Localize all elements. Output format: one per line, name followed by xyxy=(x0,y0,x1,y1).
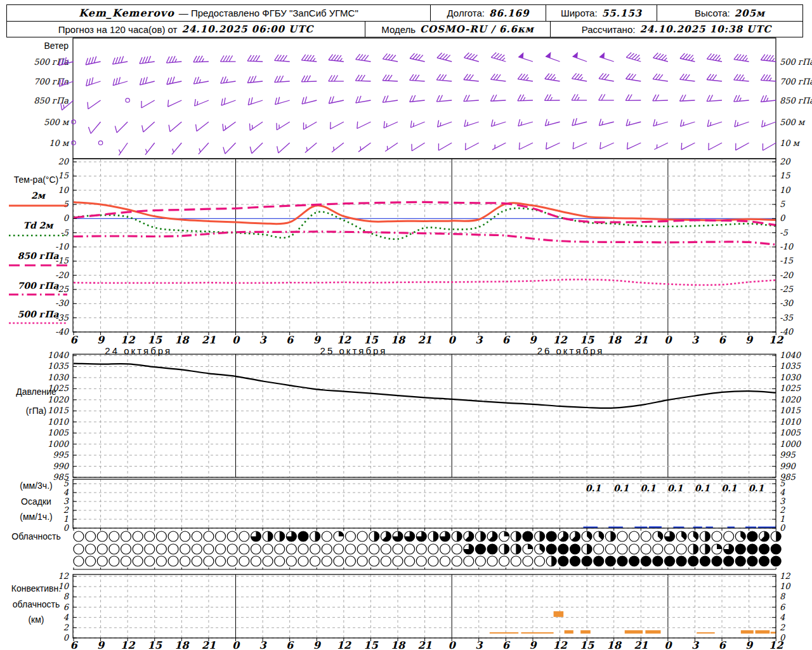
wind-row-500-гПа: 500 гПа500 гПа xyxy=(34,52,812,67)
convective-bar xyxy=(580,630,591,633)
svg-text:12: 12 xyxy=(337,334,352,346)
svg-text:21: 21 xyxy=(634,334,648,346)
svg-text:9: 9 xyxy=(745,639,754,650)
convective-bar xyxy=(771,632,776,633)
convective-bar xyxy=(645,630,660,633)
svg-text:-40: -40 xyxy=(55,327,70,336)
svg-text:1005: 1005 xyxy=(780,428,801,437)
svg-text:0: 0 xyxy=(232,639,240,650)
svg-text:(км): (км) xyxy=(28,614,44,625)
wind-panel: Ветер500 гПа500 гПа700 гПа700 гПа850 гПа… xyxy=(34,38,812,159)
svg-text:850 гПа: 850 гПа xyxy=(780,96,812,105)
svg-text:20: 20 xyxy=(58,157,69,166)
svg-text:2: 2 xyxy=(780,505,785,515)
svg-text:6: 6 xyxy=(780,602,786,612)
svg-text:10 м: 10 м xyxy=(780,138,801,148)
svg-text:1000: 1000 xyxy=(780,439,802,449)
svg-text:4: 4 xyxy=(780,613,785,622)
svg-text:2: 2 xyxy=(780,623,785,632)
precip-unit-3h: (мм/3ч.) xyxy=(20,481,52,491)
svg-text:3: 3 xyxy=(475,639,483,650)
svg-text:3: 3 xyxy=(259,334,268,346)
svg-text:-25: -25 xyxy=(780,284,794,294)
svg-text:500 м: 500 м xyxy=(44,117,70,127)
svg-text:2: 2 xyxy=(63,623,69,632)
svg-text:12: 12 xyxy=(58,571,69,581)
svg-text:-15: -15 xyxy=(780,256,794,265)
svg-text:3: 3 xyxy=(691,334,700,346)
svg-text:8: 8 xyxy=(780,592,786,601)
svg-text:1020: 1020 xyxy=(780,395,802,404)
svg-text:1035: 1035 xyxy=(780,361,801,371)
svg-text:12: 12 xyxy=(121,639,136,650)
svg-text:Td 2м: Td 2м xyxy=(23,220,55,230)
svg-text:15: 15 xyxy=(148,334,162,346)
wind-row-10-м: 10 м10 м xyxy=(49,138,800,156)
wind-title: Ветер xyxy=(44,41,69,51)
svg-text:5: 5 xyxy=(780,479,785,488)
pressure-panel: 1040104010351035103010301025102510201020… xyxy=(16,350,802,482)
precipitation-panel: 0.10.10.10.10.10.10.1554433221100(мм/3ч.… xyxy=(20,479,786,533)
svg-text:9: 9 xyxy=(97,334,105,346)
svg-text:0: 0 xyxy=(449,639,457,650)
svg-text:6: 6 xyxy=(502,639,511,650)
svg-text:1030: 1030 xyxy=(48,373,70,382)
wind-row-700-гПа: 700 гПа700 гПа xyxy=(34,73,812,86)
svg-text:5: 5 xyxy=(63,199,69,209)
svg-text:1005: 1005 xyxy=(48,428,69,437)
svg-text:700 гПа: 700 гПа xyxy=(18,281,60,291)
wind-row-500-м: 500 м500 м xyxy=(44,117,806,133)
svg-text:15: 15 xyxy=(58,171,69,180)
svg-text:-20: -20 xyxy=(780,270,794,280)
svg-text:500 м: 500 м xyxy=(780,117,806,127)
svg-text:3: 3 xyxy=(63,496,70,506)
convective-bar xyxy=(625,630,643,633)
svg-text:18: 18 xyxy=(174,639,190,650)
svg-text:0: 0 xyxy=(780,213,786,223)
svg-text:1025: 1025 xyxy=(780,383,801,393)
temp-series-500-гПа xyxy=(74,279,776,285)
svg-text:0.1: 0.1 xyxy=(695,483,710,493)
svg-text:10 м: 10 м xyxy=(49,138,70,148)
svg-text:0: 0 xyxy=(664,639,672,650)
svg-text:21: 21 xyxy=(202,639,216,650)
svg-text:12: 12 xyxy=(769,639,784,650)
svg-text:0: 0 xyxy=(664,334,672,346)
svg-text:облачность: облачность xyxy=(13,599,60,609)
svg-text:10: 10 xyxy=(780,581,791,591)
svg-text:995: 995 xyxy=(780,450,796,460)
svg-text:1: 1 xyxy=(780,514,785,524)
svg-text:4: 4 xyxy=(780,488,785,497)
svg-text:4: 4 xyxy=(63,613,69,622)
svg-text:3: 3 xyxy=(475,334,483,346)
precip-unit-1h: (мм/1ч.) xyxy=(20,512,52,522)
svg-text:990: 990 xyxy=(780,461,797,471)
svg-text:1030: 1030 xyxy=(780,373,802,382)
svg-text:12: 12 xyxy=(769,334,784,346)
svg-text:-30: -30 xyxy=(780,298,794,308)
temperature-title: Тем-ра(°C) xyxy=(14,175,58,185)
svg-text:0: 0 xyxy=(449,334,457,346)
convective-bar xyxy=(554,611,564,617)
svg-text:18: 18 xyxy=(607,334,622,346)
svg-text:21: 21 xyxy=(417,639,431,650)
svg-text:15: 15 xyxy=(363,334,378,346)
svg-text:1035: 1035 xyxy=(48,361,69,371)
svg-text:15: 15 xyxy=(780,171,790,180)
cloud-row-3 xyxy=(74,556,781,566)
svg-text:3: 3 xyxy=(259,639,268,650)
svg-text:0: 0 xyxy=(63,633,70,642)
svg-text:500 гПа: 500 гПа xyxy=(18,309,60,319)
wind-row-850-гПа: 850 гПа850 гПа xyxy=(34,95,812,110)
svg-text:6: 6 xyxy=(502,334,511,346)
svg-text:0.1: 0.1 xyxy=(721,483,737,493)
convective-bar xyxy=(697,632,714,633)
cloudiness-panel: Облачность xyxy=(11,531,781,569)
svg-text:995: 995 xyxy=(53,450,69,460)
svg-text:0: 0 xyxy=(232,334,240,346)
convective-title: Конвективн. xyxy=(11,583,61,594)
svg-text:12: 12 xyxy=(121,334,136,346)
convective-bar xyxy=(490,632,518,633)
svg-text:850 гПа: 850 гПа xyxy=(34,96,69,105)
svg-text:21: 21 xyxy=(634,639,648,650)
